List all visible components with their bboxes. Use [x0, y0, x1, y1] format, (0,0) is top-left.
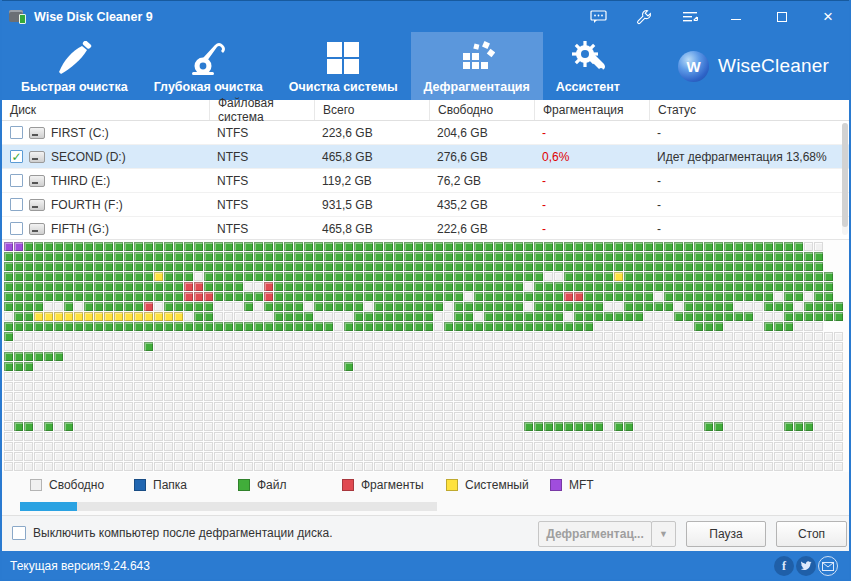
- block-file: [334, 252, 343, 261]
- block-file: [574, 262, 583, 271]
- block-free: [94, 362, 103, 371]
- block-free: [54, 452, 63, 461]
- block-free: [604, 432, 613, 441]
- block-fragments: [194, 292, 203, 301]
- table-row[interactable]: ✓SECOND (D:)NTFS465,8 GB276,6 GB0,6%Идет…: [2, 145, 849, 169]
- twitter-icon[interactable]: [796, 556, 816, 576]
- table-row[interactable]: THIRD (E:)NTFS119,2 GB76,2 GB--: [2, 169, 849, 193]
- block-file: [784, 262, 793, 271]
- tab-Очистка системы[interactable]: Очистка системы: [276, 32, 411, 100]
- pause-button[interactable]: Пауза: [686, 521, 766, 547]
- column-header-Всего[interactable]: Всего: [314, 100, 429, 120]
- block-free: [524, 372, 533, 381]
- block-file: [144, 342, 153, 351]
- block-free: [754, 452, 763, 461]
- column-header-Фрагментация[interactable]: Фрагментация: [534, 100, 649, 120]
- table-row[interactable]: FIFTH (G:)NTFS465,8 GB222,6 GB--: [2, 217, 849, 241]
- column-header-Диск[interactable]: Диск: [2, 100, 209, 120]
- disk-checkbox[interactable]: [10, 198, 23, 211]
- block-free: [744, 412, 753, 421]
- block-free: [294, 422, 303, 431]
- block-free: [764, 372, 773, 381]
- block-free: [344, 412, 353, 421]
- feedback-icon[interactable]: [575, 1, 621, 32]
- block-free: [194, 372, 203, 381]
- table-scrollbar[interactable]: [842, 123, 848, 235]
- block-free: [654, 292, 663, 301]
- block-file: [284, 252, 293, 261]
- block-file: [214, 292, 223, 301]
- stop-button[interactable]: Стоп: [776, 521, 847, 547]
- block-file: [504, 292, 513, 301]
- block-free: [374, 372, 383, 381]
- tab-label: Ассистент: [556, 80, 620, 94]
- tab-Быстрая очистка[interactable]: Быстрая очистка: [8, 32, 141, 100]
- disk-checkbox[interactable]: [10, 174, 23, 187]
- disk-checkbox[interactable]: [10, 126, 23, 139]
- table-row[interactable]: FIRST (C:)NTFS223,6 GB204,6 GB--: [2, 121, 849, 145]
- block-file: [234, 252, 243, 261]
- block-free: [744, 352, 753, 361]
- block-file: [304, 272, 313, 281]
- block-free: [494, 382, 503, 391]
- block-free: [564, 402, 573, 411]
- block-free: [254, 402, 263, 411]
- block-free: [414, 392, 423, 401]
- maximize-icon[interactable]: [759, 1, 805, 32]
- shutdown-checkbox-label: Выключить компьютер после дефрагментации…: [33, 526, 333, 540]
- block-file: [764, 252, 773, 261]
- column-header-Статус[interactable]: Статус: [649, 100, 849, 120]
- block-file: [4, 262, 13, 271]
- block-free: [804, 292, 813, 301]
- block-free: [464, 382, 473, 391]
- total-value: 465,8 GB: [314, 222, 429, 236]
- block-free: [354, 392, 363, 401]
- block-free: [774, 382, 783, 391]
- block-free: [694, 332, 703, 341]
- block-free: [34, 392, 43, 401]
- block-file: [254, 292, 263, 301]
- block-file: [14, 292, 23, 301]
- block-file: [124, 272, 133, 281]
- table-row[interactable]: FOURTH (F:)NTFS931,5 GB435,2 GB--: [2, 193, 849, 217]
- menu-icon[interactable]: [667, 1, 713, 32]
- defrag-dropdown-button[interactable]: ▼: [651, 521, 676, 547]
- defrag-button[interactable]: Дефрагментац...: [538, 521, 652, 547]
- block-free: [804, 342, 813, 351]
- minimize-icon[interactable]: [713, 1, 759, 32]
- column-header-Свободно[interactable]: Свободно: [429, 100, 534, 120]
- column-header-Файловая система[interactable]: Файловая система: [209, 100, 314, 120]
- block-file: [284, 262, 293, 271]
- close-icon[interactable]: ×: [805, 1, 851, 32]
- fragmentation-value: -: [534, 126, 649, 140]
- disk-checkbox[interactable]: [10, 222, 23, 235]
- facebook-icon[interactable]: f: [774, 556, 794, 576]
- tab-Глубокая очистка[interactable]: Глубокая очистка: [141, 32, 276, 100]
- block-free: [514, 352, 523, 361]
- block-free: [434, 342, 443, 351]
- block-free: [814, 332, 823, 341]
- block-file: [264, 272, 273, 281]
- block-free: [324, 422, 333, 431]
- block-free: [144, 352, 153, 361]
- block-free: [434, 432, 443, 441]
- block-free: [774, 362, 783, 371]
- shutdown-checkbox[interactable]: [12, 526, 26, 540]
- block-free: [694, 422, 703, 431]
- block-free: [434, 392, 443, 401]
- block-free: [814, 352, 823, 361]
- disk-checkbox[interactable]: ✓: [10, 150, 23, 163]
- block-free: [424, 332, 433, 341]
- block-file: [244, 302, 253, 311]
- block-file: [484, 252, 493, 261]
- brand[interactable]: W WiseCleaner: [678, 32, 851, 100]
- tab-Ассистент[interactable]: Ассистент: [543, 32, 633, 100]
- block-file: [614, 242, 623, 251]
- block-free: [254, 462, 263, 471]
- block-free: [354, 342, 363, 351]
- mail-icon[interactable]: [818, 556, 838, 576]
- tab-Дефрагментация[interactable]: Дефрагментация: [411, 32, 543, 100]
- block-file: [234, 262, 243, 271]
- wrench-icon[interactable]: [621, 1, 667, 32]
- block-free: [314, 342, 323, 351]
